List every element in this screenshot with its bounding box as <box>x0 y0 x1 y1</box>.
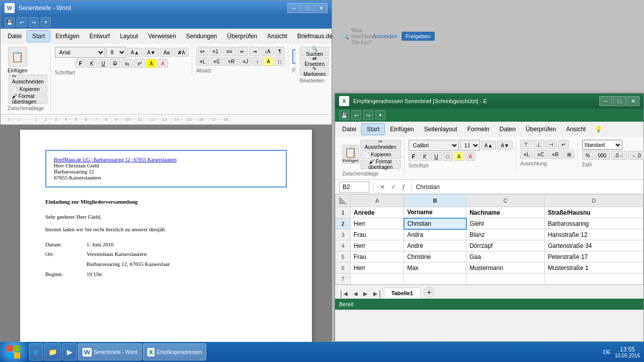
cell-b6[interactable]: Max <box>404 262 466 274</box>
undo-quick-btn[interactable]: ↩ <box>17 17 27 27</box>
excel-inc-decimal[interactable]: .0→ <box>611 151 627 160</box>
cell-a3[interactable]: Frau <box>351 229 404 240</box>
justify-btn[interactable]: ≡J <box>239 57 252 66</box>
confirm-formula-btn[interactable]: ✓ <box>389 184 398 191</box>
excel-format-btn[interactable]: 🖌 Format übertragen <box>360 160 401 169</box>
font-size-select[interactable]: 8 <box>106 47 126 58</box>
start-button[interactable] <box>0 342 27 362</box>
cell-a5[interactable]: Frau <box>351 251 404 262</box>
excel-menu-formeln[interactable]: Formeln <box>462 124 495 135</box>
excel-align-top[interactable]: ⊤ <box>520 140 532 149</box>
excel-merge[interactable]: ⊞ <box>564 150 575 159</box>
excel-help-btn[interactable]: 💡 <box>595 126 602 133</box>
cell-b3[interactable]: Andra <box>404 229 466 240</box>
cell-a6[interactable]: Herr <box>351 262 404 274</box>
word-menu-ueberpruefen[interactable]: Überprüfen <box>222 31 262 42</box>
cell-c6[interactable]: Mustermann <box>466 262 545 274</box>
kopieren-btn[interactable]: 📄 Kopieren <box>9 84 47 94</box>
taskbar-explorer-btn[interactable]: 📁 <box>44 343 61 360</box>
cell-reference-input[interactable] <box>339 182 369 193</box>
font-grow-btn[interactable]: A▲ <box>127 48 143 57</box>
word-menu-layout[interactable]: Layout <box>115 31 143 42</box>
col-header-d[interactable]: D <box>544 195 643 207</box>
excel-percent[interactable]: % <box>582 151 594 160</box>
col-header-b[interactable]: B <box>404 195 466 207</box>
cell-d2[interactable]: Barbarossaring <box>544 218 643 229</box>
word-maximize-btn[interactable]: □ <box>301 3 314 13</box>
cell-d5[interactable]: Peterstraße 17 <box>544 251 643 262</box>
excel-align-mid[interactable]: ⊥ <box>533 140 544 149</box>
word-menu-ansicht[interactable]: Ansicht <box>262 31 292 42</box>
sheet-tab-tabelle1[interactable]: Tabelle1 <box>384 288 421 299</box>
align-left-btn[interactable]: ≡L <box>196 57 209 66</box>
underline-btn[interactable]: U <box>98 59 109 68</box>
excel-kopieren-btn[interactable]: 📄 Kopieren <box>360 150 401 159</box>
align-right-btn[interactable]: ≡R <box>224 57 238 66</box>
increase-indent-btn[interactable]: ⇥ <box>249 47 260 56</box>
cell-b5[interactable]: Christine <box>404 251 466 262</box>
add-sheet-btn[interactable]: + <box>424 287 435 298</box>
align-center-btn[interactable]: ≡C <box>210 57 223 66</box>
show-para-btn[interactable]: ¶ <box>275 47 284 56</box>
excel-font-select[interactable]: Calibri <box>409 140 459 151</box>
subscript-btn[interactable]: x₂ <box>121 59 133 68</box>
cell-c2[interactable]: Giehl <box>466 218 545 229</box>
cell-c5[interactable]: Gaa <box>466 251 545 262</box>
italic-btn[interactable]: K <box>87 59 97 68</box>
cell-b7[interactable] <box>404 274 466 285</box>
style-standard[interactable]: AaBbCcDdStandard <box>292 49 296 64</box>
excel-font-color[interactable]: A <box>465 152 476 161</box>
cell-b1[interactable]: Vorname <box>404 207 466 218</box>
multilevel-btn[interactable]: ≡≡ <box>223 47 236 56</box>
word-menu-briefmaus[interactable]: Briefmaus.de <box>292 31 338 42</box>
excel-menu-start[interactable]: Start <box>361 123 385 135</box>
ausschneiden-btn[interactable]: ✂ Ausschneiden <box>9 74 47 83</box>
sheet-nav-last[interactable]: ►| <box>371 289 382 299</box>
taskbar-media-btn[interactable]: ▶ <box>62 343 77 360</box>
col-header-a[interactable]: A <box>351 195 404 207</box>
word-menu-verweisen[interactable]: Verweisen <box>143 31 181 42</box>
word-menu-datei[interactable]: Datei <box>3 31 27 42</box>
cell-c7[interactable] <box>466 274 545 285</box>
excel-italic[interactable]: K <box>420 152 430 161</box>
cell-a7[interactable] <box>351 274 404 285</box>
ersetzen-btn[interactable]: ⇄ Ersetzen <box>300 57 329 66</box>
cell-a2[interactable]: Herr <box>351 218 404 229</box>
decrease-indent-btn[interactable]: ⇤ <box>237 47 248 56</box>
excel-comma[interactable]: 000 <box>594 151 610 160</box>
excel-more-btn[interactable]: ▼ <box>375 110 385 120</box>
taskbar-ie-btn[interactable]: e <box>29 343 43 360</box>
excel-menu-ansicht[interactable]: Ansicht <box>561 124 591 135</box>
cell-d7[interactable] <box>544 274 643 285</box>
word-minimize-btn[interactable]: ─ <box>287 3 300 13</box>
line-spacing-btn[interactable]: ↕ <box>253 57 262 66</box>
excel-font-shrink[interactable]: A▼ <box>497 141 513 150</box>
cell-d4[interactable]: Gartenstraße 34 <box>544 240 643 251</box>
superscript-btn[interactable]: x² <box>134 59 145 68</box>
cell-d1[interactable]: Straße/Hausnu <box>544 207 643 218</box>
excel-menu-seitenlayout[interactable]: Seitenlayout <box>419 124 462 135</box>
col-header-c[interactable]: C <box>466 195 545 207</box>
sort-btn[interactable]: ↕A <box>261 47 274 56</box>
excel-bold[interactable]: F <box>409 152 419 161</box>
markieren-btn[interactable]: ✎ Markieren <box>300 67 329 76</box>
redo-quick-btn[interactable]: ↪ <box>29 17 39 27</box>
sheet-nav-prev[interactable]: ◄ <box>351 289 360 299</box>
excel-undo-btn[interactable]: ↩ <box>351 110 361 120</box>
excel-underline[interactable]: U <box>431 152 442 161</box>
word-menu-entwurf[interactable]: Entwurf <box>85 31 115 42</box>
excel-fill[interactable]: A <box>454 152 464 161</box>
cell-a1[interactable]: Anrede <box>351 207 404 218</box>
excel-dec-decimal[interactable]: ←.0 <box>628 151 644 160</box>
cell-d6[interactable]: Musterstraße 1 <box>544 262 643 274</box>
excel-maximize-btn[interactable]: □ <box>613 96 626 106</box>
taskbar-word-btn[interactable]: W Serienbriefe - Word <box>78 343 142 360</box>
word-menu-einfuegen[interactable]: Einfügen <box>50 31 84 42</box>
cell-c1[interactable]: Nachname <box>466 207 545 218</box>
anmelden-btn[interactable]: Anmelden <box>373 33 398 39</box>
excel-close-btn[interactable]: ✕ <box>626 96 639 106</box>
cancel-formula-btn[interactable]: ✕ <box>378 184 387 191</box>
excel-minimize-btn[interactable]: ─ <box>599 96 612 106</box>
einfuegen-btn[interactable]: 📋 <box>8 47 27 67</box>
sheet-nav-next[interactable]: ► <box>361 289 370 299</box>
